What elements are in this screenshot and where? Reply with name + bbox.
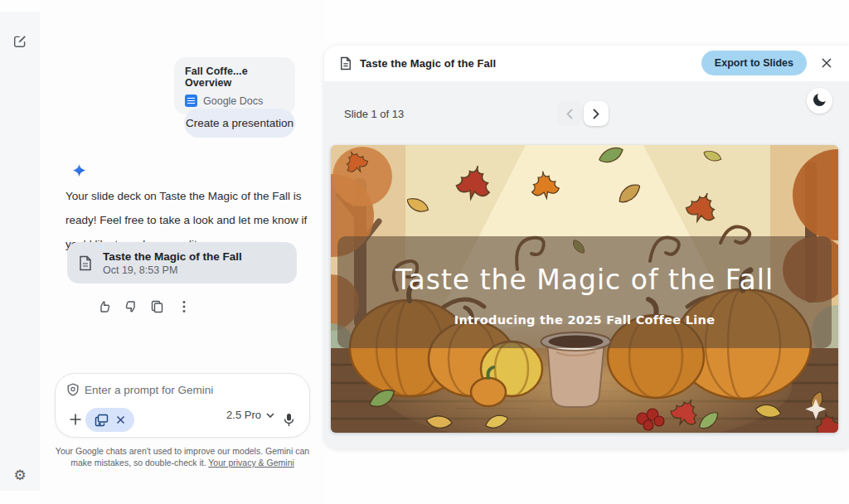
user-message-bubble: Create a presentation bbox=[184, 109, 295, 138]
export-to-slides-button[interactable]: Export to Slides bbox=[701, 51, 807, 75]
prompt-placeholder: Enter a prompt for Gemini bbox=[85, 384, 213, 396]
close-icon bbox=[822, 58, 832, 68]
add-attachment-button[interactable] bbox=[65, 409, 86, 430]
thumbs-down-icon bbox=[124, 300, 138, 313]
slide-preview-image[interactable]: Taste the Magic of the Fall Introducing … bbox=[331, 145, 838, 433]
document-icon bbox=[340, 56, 352, 70]
new-chat-icon bbox=[13, 34, 27, 48]
slides-tool-icon bbox=[95, 414, 109, 427]
generated-file-card[interactable]: Taste the Magic of the Fall Oct 19, 8:53… bbox=[67, 242, 297, 284]
file-card-title: Taste the Magic of the Fall bbox=[103, 250, 242, 263]
file-card-timestamp: Oct 19, 8:53 PM bbox=[103, 264, 242, 276]
chat-column: Fall Coffe...e Overview Google Docs Crea… bbox=[40, 0, 324, 504]
response-actions bbox=[97, 299, 191, 313]
chip-close-icon[interactable] bbox=[116, 415, 125, 424]
slide-counter: Slide 1 of 13 bbox=[344, 108, 404, 120]
settings-button[interactable]: ⚙ bbox=[11, 466, 29, 484]
new-chat-button[interactable] bbox=[11, 32, 29, 50]
create-presentation-tool-chip[interactable] bbox=[85, 408, 134, 432]
thumbs-up-button[interactable] bbox=[97, 299, 111, 313]
more-options-button[interactable] bbox=[177, 299, 191, 313]
slide-title: Taste the Magic of the Fall bbox=[395, 264, 774, 296]
panel-header: Taste the Magic of the Fall Export to Sl… bbox=[324, 46, 849, 81]
model-label: 2.5 Pro bbox=[226, 409, 261, 421]
shield-icon bbox=[67, 383, 79, 396]
gemini-sparkle-icon bbox=[72, 163, 86, 177]
attachment-card[interactable]: Fall Coffe...e Overview Google Docs bbox=[174, 57, 295, 114]
mic-button[interactable] bbox=[278, 409, 299, 430]
panel-title: Taste the Magic of the Fall bbox=[360, 57, 496, 70]
chevron-right-icon bbox=[593, 109, 599, 119]
slide-subtitle: Introducing the 2025 Fall Coffee Line bbox=[454, 313, 716, 327]
model-selector[interactable]: 2.5 Pro bbox=[226, 409, 274, 421]
attachment-title: Fall Coffe...e Overview bbox=[185, 65, 284, 89]
google-docs-icon bbox=[185, 94, 197, 107]
next-slide-button[interactable] bbox=[584, 101, 609, 126]
privacy-link[interactable]: Your privacy & Gemini bbox=[208, 458, 294, 468]
copy-button[interactable] bbox=[150, 299, 164, 313]
prompt-input[interactable]: Enter a prompt for Gemini bbox=[67, 383, 213, 396]
chevron-left-icon bbox=[566, 109, 573, 119]
chevron-down-icon bbox=[266, 413, 274, 418]
mic-icon bbox=[284, 413, 294, 427]
slide-illustration: Taste the Magic of the Fall Introducing … bbox=[331, 145, 838, 433]
user-message-text: Create a presentation bbox=[186, 117, 294, 129]
more-vert-icon bbox=[182, 300, 186, 313]
dark-mode-toggle[interactable] bbox=[807, 88, 832, 114]
export-button-label: Export to Slides bbox=[715, 57, 793, 69]
slides-preview-panel: Taste the Magic of the Fall Export to Sl… bbox=[324, 46, 849, 448]
panel-close-button[interactable] bbox=[819, 56, 834, 70]
prompt-input-card: Enter a prompt for Gemini 2.5 Pro bbox=[55, 373, 310, 438]
plus-icon bbox=[69, 413, 82, 426]
settings-icon: ⚙ bbox=[13, 467, 26, 484]
previous-slide-button[interactable] bbox=[557, 101, 582, 126]
document-icon bbox=[79, 255, 92, 271]
copy-icon bbox=[151, 300, 163, 313]
thumbs-down-button[interactable] bbox=[124, 299, 138, 313]
thumbs-up-icon bbox=[98, 300, 111, 313]
left-rail: ⚙ bbox=[0, 12, 40, 491]
attachment-source: Google Docs bbox=[203, 95, 263, 107]
dark-mode-moon-icon bbox=[813, 94, 826, 106]
disclaimer-text: Your Google chats aren't used to improve… bbox=[51, 445, 313, 468]
